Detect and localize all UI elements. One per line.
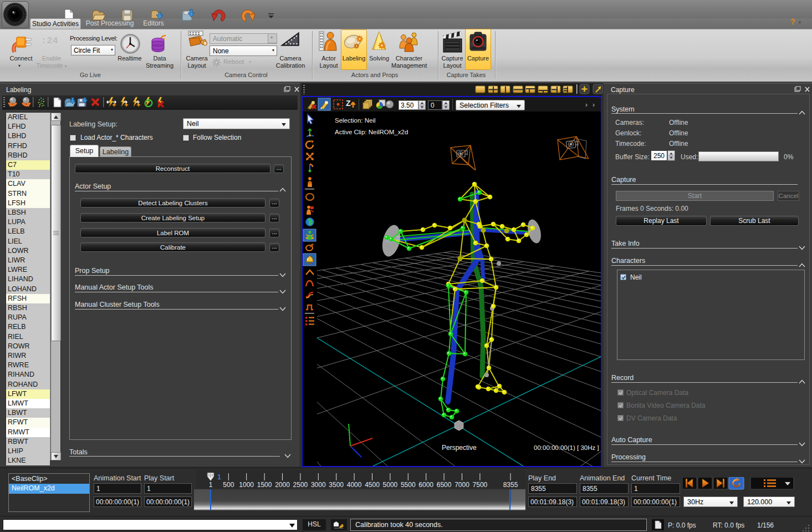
svg-text:Active Clip: NeilROM_x2d: Active Clip: NeilROM_x2d xyxy=(335,129,408,135)
svg-text:1000: 1000 xyxy=(239,481,254,488)
svg-text:6500: 6500 xyxy=(437,481,452,488)
svg-text:Perspective: Perspective xyxy=(442,444,477,452)
svg-text:Selection: Neil: Selection: Neil xyxy=(335,117,376,124)
svg-text:3500: 3500 xyxy=(329,481,344,488)
svg-text:5000: 5000 xyxy=(383,481,398,488)
svg-text:00:00:00:00(1) [ 30Hz ]: 00:00:00:00(1) [ 30Hz ] xyxy=(534,444,599,451)
svg-text:7000: 7000 xyxy=(454,481,469,488)
svg-text:1500: 1500 xyxy=(257,481,272,488)
svg-text:3000: 3000 xyxy=(311,481,326,488)
svg-text:7500: 7500 xyxy=(473,481,488,488)
svg-text:500: 500 xyxy=(223,481,234,488)
svg-text:1: 1 xyxy=(217,473,221,481)
svg-text:6000: 6000 xyxy=(418,481,433,488)
svg-text:4500: 4500 xyxy=(365,481,380,488)
svg-text:4000: 4000 xyxy=(347,481,362,488)
svg-text:2500: 2500 xyxy=(293,481,308,488)
svg-text:5500: 5500 xyxy=(401,481,416,488)
svg-text:2000: 2000 xyxy=(275,481,290,488)
svg-text:8355: 8355 xyxy=(503,481,518,488)
svg-text:1: 1 xyxy=(209,481,213,488)
svg-text:Z: Z xyxy=(346,99,351,108)
